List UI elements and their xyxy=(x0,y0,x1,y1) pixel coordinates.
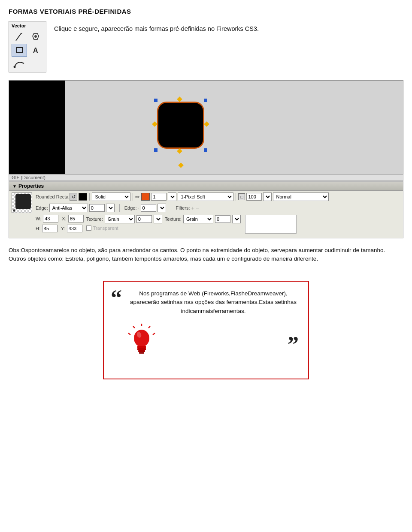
canvas-black-rect xyxy=(9,81,65,174)
opacity-input[interactable] xyxy=(246,193,262,201)
transparent-label: Transparent xyxy=(93,225,118,231)
texture-label-1: Texture: xyxy=(86,216,103,222)
handle-top-center[interactable] xyxy=(177,96,182,102)
pen-icon: ✏ xyxy=(135,194,140,200)
stroke-width-input[interactable] xyxy=(151,193,167,201)
svg-line-10 xyxy=(133,326,135,328)
svg-rect-4 xyxy=(16,48,22,53)
shape-container[interactable] xyxy=(146,91,215,159)
svg-rect-16 xyxy=(139,352,144,354)
edge-label-1: Edge: xyxy=(36,205,48,210)
texture-value-input-2[interactable] xyxy=(215,215,230,223)
text-tool-icon[interactable]: A xyxy=(28,44,43,57)
svg-line-9 xyxy=(153,333,155,335)
quote-mark-right: ” xyxy=(288,334,299,356)
texture-value-input-1[interactable] xyxy=(136,215,152,223)
quote-content: Nos programas de Web (Fireworks,FlasheDr… xyxy=(128,289,299,356)
thumb-dot xyxy=(13,209,15,212)
properties-header: ▼ Properties xyxy=(9,182,403,191)
fill-tool-icon[interactable] xyxy=(28,30,43,43)
quote-mark-left: “ xyxy=(111,287,122,309)
texture-type-select-2[interactable]: Grain xyxy=(183,215,213,223)
edge-dot: · xyxy=(138,205,139,210)
pencil-tool-icon[interactable] xyxy=(12,30,27,43)
canvas-area xyxy=(9,80,403,174)
remove-filter-icon[interactable]: − xyxy=(196,205,199,211)
quote-text: Nos programas de Web (Fireworks,FlasheDr… xyxy=(128,289,299,316)
svg-line-2 xyxy=(16,39,17,41)
stroke-width-select[interactable] xyxy=(168,192,176,201)
svg-point-12 xyxy=(134,330,149,347)
stroke-type-select[interactable]: Solid xyxy=(92,192,130,201)
handle-top-left[interactable] xyxy=(154,99,158,102)
svg-line-11 xyxy=(128,333,130,335)
stroke-softness-select[interactable]: 1-Pixel Soft xyxy=(178,192,233,201)
w-label: W: xyxy=(36,216,41,221)
svg-rect-14 xyxy=(137,348,146,350)
h-label: H: xyxy=(36,226,40,231)
texture-sub-select-2[interactable] xyxy=(232,215,241,223)
w-input[interactable] xyxy=(43,215,58,222)
layer-icon[interactable]: □ xyxy=(238,193,245,200)
quote-box: “ Nos programas de Web (Fireworks,Flashe… xyxy=(103,281,309,379)
edge-type-select[interactable]: Anti-Alias xyxy=(49,204,88,212)
svg-rect-13 xyxy=(137,346,146,348)
lightbulb-icon xyxy=(128,324,156,356)
svg-text:A: A xyxy=(33,47,38,54)
texture-label-2: Texture: xyxy=(165,216,182,222)
gif-bar: GIF (Document) xyxy=(9,174,403,181)
svg-line-0 xyxy=(17,33,21,39)
edge-value-input-2[interactable] xyxy=(141,204,156,212)
h-input[interactable] xyxy=(42,225,58,232)
svg-point-6 xyxy=(14,66,16,68)
texture-sub-select-1[interactable] xyxy=(154,215,162,223)
edge-sub-select[interactable] xyxy=(106,204,115,212)
stroke-color-swatch[interactable] xyxy=(141,193,150,201)
opacity-select[interactable] xyxy=(263,192,272,201)
svg-marker-1 xyxy=(21,33,22,34)
rotation-handle[interactable] xyxy=(178,162,184,168)
texture-type-select-1[interactable]: Grain xyxy=(105,215,135,223)
filter-preview-box xyxy=(245,215,297,234)
handle-mid-right[interactable] xyxy=(204,121,209,127)
properties-panel: ▼ Properties Rounded Recta ↺ xyxy=(9,181,403,238)
properties-label: Properties xyxy=(18,183,44,189)
edge-value-input-1[interactable] xyxy=(89,204,105,212)
vector-panel: Vector A xyxy=(9,21,46,72)
y-input[interactable] xyxy=(67,225,82,232)
section-title: FORMAS VETORIAIS PRÉ-DEFINIDAS xyxy=(9,8,403,15)
x-input[interactable] xyxy=(68,215,84,222)
handle-bot-center[interactable] xyxy=(177,148,182,154)
path-tool-icon[interactable] xyxy=(12,57,27,70)
handle-bot-left[interactable] xyxy=(154,148,158,152)
svg-rect-15 xyxy=(138,350,145,352)
y-label: Y: xyxy=(61,226,65,231)
obs-text: Obs:Ospontosamarelos no objeto, são para… xyxy=(9,246,403,264)
handle-mid-left[interactable] xyxy=(152,121,158,127)
svg-point-3 xyxy=(34,35,37,38)
reset-icon[interactable]: ↺ xyxy=(70,193,77,201)
rounded-rect-shape[interactable] xyxy=(157,102,204,149)
handle-top-right[interactable] xyxy=(204,99,207,102)
transparent-checkbox[interactable] xyxy=(86,225,91,231)
shape-thumbnail xyxy=(12,192,32,213)
add-filter-icon[interactable]: + xyxy=(191,205,195,211)
x-label: X: xyxy=(62,216,66,221)
rectangle-tool-icon[interactable] xyxy=(12,44,27,57)
top-description: Clique e segure, aparecerão mais formas … xyxy=(54,21,403,34)
edge-label-2: Edge: xyxy=(124,205,137,210)
fill-color-swatch[interactable] xyxy=(79,193,87,201)
shape-name-label: Rounded Recta xyxy=(36,194,68,199)
vector-panel-title: Vector xyxy=(12,23,43,28)
filters-label: Filters: xyxy=(176,205,190,210)
shape-thumb-preview xyxy=(15,194,31,209)
handle-bot-right[interactable] xyxy=(204,148,207,152)
blend-mode-select[interactable]: Normal xyxy=(273,192,329,201)
svg-line-8 xyxy=(148,326,150,328)
edge-sub-select-2[interactable] xyxy=(158,204,166,212)
properties-arrow[interactable]: ▼ xyxy=(12,184,17,189)
